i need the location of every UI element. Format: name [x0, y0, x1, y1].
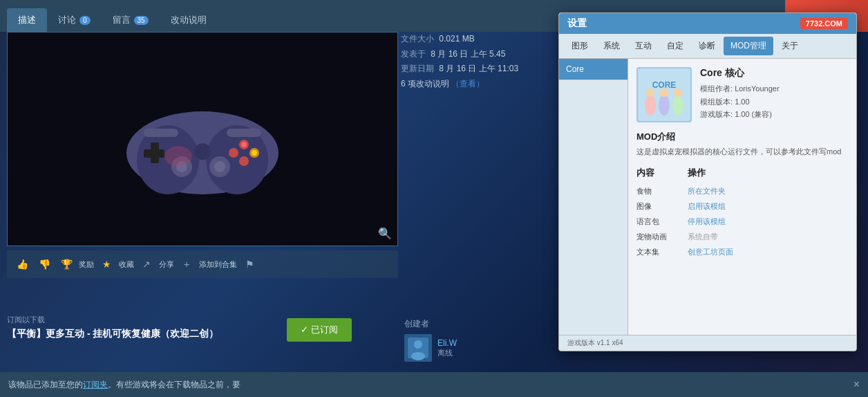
tab-describe-label: 描述: [18, 14, 36, 26]
content-item-lang: 语言包: [636, 214, 667, 229]
tab-changelog[interactable]: 改动说明: [160, 8, 218, 32]
op-disable-mod[interactable]: 停用该模组: [688, 214, 733, 229]
add-collection-label: 添加到合集: [199, 259, 237, 270]
svg-point-17: [252, 150, 257, 156]
notif-text: 该物品已添加至您的: [8, 379, 83, 391]
discuss-badge: 0: [79, 16, 91, 25]
notif-close-button[interactable]: ×: [853, 378, 860, 391]
award-icon[interactable]: 🏆: [57, 255, 76, 274]
flag-icon[interactable]: ⚑: [240, 255, 259, 274]
mod-list-item-core[interactable]: Core: [559, 59, 628, 80]
favorite-icon[interactable]: ★: [97, 255, 116, 274]
preview-area: 🔍: [7, 32, 398, 246]
op-builtin: 系统自带: [688, 232, 718, 241]
posted-value: 8 月 16 日 上午 5.45: [431, 49, 505, 59]
settings-panel: 设置 7732.COM 图形 系统 互动 自定 诊断 MOD管理 关于 Core: [558, 12, 857, 351]
settings-footer: 游戏版本 v1.1 x64: [559, 335, 856, 351]
size-value: 0.021 MB: [439, 34, 474, 44]
creator-avatar[interactable]: [404, 334, 432, 362]
tab-comments-label: 留言: [113, 14, 131, 26]
subscribe-section: 订阅以下载 【平衡】更多互动 - 挂机可恢复健康（欢迎二创）: [7, 315, 283, 340]
file-info-bar: 文件大小 0.021 MB 发表于 8 月 16 日 上午 5.45 更新日期 …: [401, 32, 518, 91]
mod-info-text: Core 核心 模组作者: LorisYounger 模组版本: 1.00 游戏…: [700, 67, 780, 122]
settings-logo: 7732.COM: [800, 18, 848, 29]
game-version-value: 1.00 (兼容): [735, 110, 772, 118]
zoom-icon[interactable]: 🔍: [378, 227, 392, 240]
nav-system[interactable]: 系统: [596, 37, 627, 55]
svg-point-12: [214, 161, 225, 172]
tab-describe[interactable]: 描述: [7, 8, 47, 32]
nav-interact[interactable]: 互动: [628, 37, 659, 55]
mod-content-ops: 内容 食物 图像 语言包 宠物动画 文本集 操作 所在文件夹 启用该模组 停用该…: [636, 167, 848, 259]
like-icon[interactable]: 👍: [12, 255, 32, 274]
author-value: LorisYounger: [735, 84, 779, 93]
content-title: 内容: [636, 167, 667, 179]
svg-rect-4: [144, 149, 164, 158]
nav-mod-manage[interactable]: MOD管理: [724, 37, 773, 55]
mod-version-label: 模组版本:: [700, 98, 733, 106]
svg-point-30: [672, 95, 683, 116]
posted-label: 发表于: [401, 49, 426, 59]
dislike-icon[interactable]: 👎: [35, 255, 54, 274]
content-col: 内容 食物 图像 语言包 宠物动画 文本集: [636, 167, 667, 259]
svg-point-7: [229, 148, 238, 158]
subscribe-button-label: ✓ 已订阅: [301, 324, 338, 336]
nav-about[interactable]: 关于: [775, 37, 805, 55]
svg-point-31: [674, 89, 682, 97]
creator-name[interactable]: Eli.W: [437, 338, 457, 348]
op-open-folder[interactable]: 所在文件夹: [688, 183, 733, 198]
author-label: 模组作者:: [700, 84, 733, 93]
creator-area: 创建者 Eli.W 离线: [404, 318, 542, 362]
tab-comments[interactable]: 留言 35: [102, 8, 160, 32]
mod-description: MOD介绍 这是虚拟桌宠模拟器的核心运行文件，可以参考此文件写mod: [636, 131, 848, 158]
size-label: 文件大小: [401, 34, 434, 44]
description-title: MOD介绍: [636, 131, 848, 143]
nav-graphics[interactable]: 图形: [565, 37, 595, 55]
subscribe-button[interactable]: ✓ 已订阅: [287, 318, 352, 342]
favorite-label: 收藏: [119, 259, 134, 270]
svg-rect-13: [144, 129, 178, 137]
content-item-image: 图像: [636, 198, 667, 214]
updated-value: 8 月 16 日 上午 11:03: [439, 64, 518, 73]
svg-point-16: [241, 142, 247, 147]
ops-title: 操作: [688, 167, 733, 179]
svg-point-18: [164, 146, 192, 167]
tab-discuss[interactable]: 讨论 0: [47, 8, 102, 32]
preview-image: 🔍: [8, 33, 397, 246]
changelog-link[interactable]: （查看）: [451, 79, 484, 89]
tab-changelog-label: 改动说明: [171, 14, 207, 26]
changelog-text: 6 项改动说明: [401, 79, 449, 89]
game-version-label: 游戏版本:: [700, 110, 733, 118]
mod-title: Core 核心: [700, 67, 780, 80]
notif-link[interactable]: 订阅夹: [83, 379, 108, 391]
share-label: 分享: [159, 259, 174, 270]
description-text: 这是虚拟桌宠模拟器的核心运行文件，可以参考此文件写mod: [636, 146, 848, 158]
share-icon[interactable]: ↗: [137, 255, 156, 274]
op-enable-mod[interactable]: 启用该模组: [688, 198, 733, 214]
tab-discuss-label: 讨论: [58, 14, 76, 26]
settings-body: Core CORE: [559, 59, 856, 341]
settings-title: 设置: [567, 17, 587, 30]
mod-detail: CORE Core 核心 模组作者: LorisYounger: [628, 59, 856, 341]
content-item-anim: 宠物动画: [636, 229, 667, 244]
content-item-text: 文本集: [636, 244, 667, 259]
action-bar: 👍 👎 🏆 奖励 ★ 收藏 ↗ 分享 + 添加到合集 ⚑: [7, 250, 398, 278]
svg-text:CORE: CORE: [652, 80, 677, 90]
creator-status: 离线: [437, 348, 457, 358]
svg-point-27: [646, 89, 654, 97]
subscribe-label: 订阅以下载: [7, 315, 283, 325]
updated-label: 更新日期: [401, 64, 434, 73]
add-collection-icon[interactable]: +: [177, 255, 196, 274]
nav-custom[interactable]: 自定: [660, 37, 690, 55]
ops-col: 操作 所在文件夹 启用该模组 停用该模组 系统自带 创意工坊页面: [688, 167, 733, 259]
svg-point-29: [660, 89, 668, 97]
svg-point-15: [194, 143, 211, 160]
notif-text2: 。有些游戏将会在下载物品之前，要: [108, 379, 240, 391]
comments-badge: 35: [134, 16, 149, 25]
mod-thumbnail: CORE: [636, 67, 692, 122]
mod-version-value: 1.00: [735, 98, 749, 106]
svg-point-8: [239, 156, 249, 166]
nav-diagnostic[interactable]: 诊断: [692, 37, 722, 55]
mod-list: Core: [559, 59, 628, 341]
op-workshop-page[interactable]: 创意工坊页面: [688, 244, 733, 259]
